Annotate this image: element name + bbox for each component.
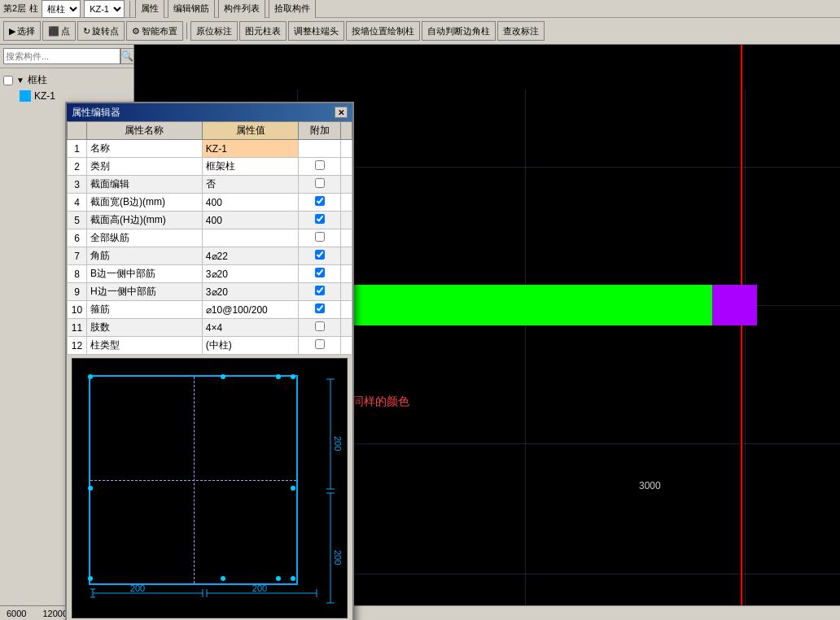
kz1-select[interactable]: KZ-1 [84, 0, 125, 18]
add-checkbox[interactable] [315, 178, 325, 188]
sep1 [129, 1, 130, 17]
add-checkbox[interactable] [315, 196, 325, 206]
origin-tag-button[interactable]: 原位标注 [190, 21, 238, 41]
add-checkbox[interactable] [315, 232, 325, 242]
scroll-cell [341, 158, 352, 176]
select-button[interactable]: ▶ 选择 [3, 21, 41, 41]
svg-text:200: 200 [130, 585, 145, 593]
row-add-check[interactable] [299, 337, 341, 355]
section-vcenter-line [90, 480, 296, 481]
row-attr-value[interactable] [202, 229, 298, 247]
vgrid-line-2 [525, 90, 526, 620]
rebar-dot-br [291, 576, 295, 581]
member-list-button[interactable]: 构件列表 [218, 0, 265, 19]
row-attr-value[interactable]: 400 [202, 212, 298, 229]
row-attr-value[interactable]: (中柱) [202, 337, 298, 355]
row-attr-value[interactable]: ⌀10@100/200 [202, 301, 298, 319]
draw-by-pos-button[interactable]: 按墙位置绘制柱 [346, 21, 420, 41]
table-row: 7角筋4⌀22 [68, 247, 352, 265]
row-attr-value[interactable]: 否 [202, 176, 298, 194]
framecol-checkbox[interactable] [3, 76, 13, 85]
add-checkbox[interactable] [315, 339, 325, 349]
smart-button[interactable]: ⚙ 智能布置 [126, 21, 183, 41]
row-attr-name: 箍筋 [87, 301, 203, 319]
edit-rebar-button[interactable]: 编辑钢筋 [168, 0, 215, 19]
row-add-check[interactable] [299, 319, 341, 337]
add-checkbox[interactable] [315, 268, 325, 277]
section-outer-rect [89, 375, 298, 585]
dim-h-container: 200 200 [89, 585, 325, 601]
dim-v-container: 200 200 [318, 375, 343, 613]
table-row: 5截面高(H边)(mm)400 [68, 212, 352, 229]
add-checkbox[interactable] [315, 303, 325, 313]
row-attr-value[interactable]: 400 [202, 194, 298, 212]
point-button[interactable]: ⬛ 点 [42, 21, 76, 41]
pick-button[interactable]: 拾取构件 [269, 0, 316, 19]
status-left-val: 6000 [7, 609, 26, 618]
scroll-cell [341, 212, 352, 229]
row-add-check[interactable] [299, 140, 341, 158]
search-bar: 🔍 [0, 45, 133, 68]
scroll-cell [341, 337, 352, 355]
hgrid-line-4 [269, 574, 840, 574]
row-add-check[interactable] [299, 229, 341, 247]
attr-close-button[interactable]: ✕ [335, 107, 348, 118]
row-num: 10 [68, 301, 87, 319]
framecol-label: 框柱 [28, 73, 47, 87]
scroll-cell [341, 283, 352, 301]
table-row: 6全部纵筋 [68, 229, 352, 247]
row-attr-name: 角筋 [87, 247, 203, 265]
rebar-dot-bc1 [221, 576, 225, 581]
layer-dropdown-label: 第2层 [3, 2, 26, 15]
diagram-button[interactable]: 图元柱表 [239, 21, 287, 41]
row-add-check[interactable] [299, 247, 341, 265]
tree-root-framecol[interactable]: ▼ 框柱 [3, 72, 130, 89]
row-add-check[interactable] [299, 212, 341, 229]
row-add-check[interactable] [299, 194, 341, 212]
rebar-dot-tr [291, 374, 295, 379]
kz-icon [20, 90, 31, 102]
add-checkbox[interactable] [315, 321, 325, 331]
row-add-check[interactable] [299, 301, 341, 319]
add-checkbox[interactable] [315, 286, 325, 295]
row-add-check[interactable] [299, 283, 341, 301]
attr-table: 属性名称 属性值 附加 1名称KZ-12类别框架柱3截面编辑否4截面宽(B边)(… [67, 121, 352, 355]
rebar-dot-tl [88, 374, 93, 379]
col-name-header: 属性名称 [87, 122, 203, 140]
table-row: 10箍筋⌀10@100/200 [68, 301, 352, 319]
attr-title-bar[interactable]: 属性编辑器 ✕ [67, 103, 352, 121]
row-attr-value[interactable]: 4×4 [202, 319, 298, 337]
row-attr-value[interactable]: KZ-1 [202, 140, 298, 158]
modify-tag-button[interactable]: 查改标注 [497, 21, 545, 41]
vgrid-line-3 [745, 90, 746, 620]
row-attr-value[interactable]: 3⌀20 [202, 283, 298, 301]
add-checkbox[interactable] [315, 214, 325, 224]
row-add-check[interactable] [299, 158, 341, 176]
search-input[interactable] [3, 48, 120, 64]
row-attr-value[interactable]: 3⌀20 [202, 265, 298, 283]
table-row: 9H边一侧中部筋3⌀20 [68, 283, 352, 301]
scroll-cell [341, 319, 352, 337]
search-button[interactable]: 🔍 [120, 48, 134, 64]
rebar-dot-ml [88, 486, 93, 491]
row-num: 12 [68, 337, 87, 355]
row-attr-value[interactable]: 框架柱 [202, 158, 298, 176]
auto-corner-button[interactable]: 自动判断边角柱 [422, 21, 496, 41]
add-checkbox[interactable] [315, 250, 325, 260]
rotate-button[interactable]: ↻ 旋转点 [77, 21, 125, 41]
adjust-head-button[interactable]: 调整柱端头 [288, 21, 344, 41]
row-num: 6 [68, 229, 87, 247]
row-attr-value[interactable]: 4⌀22 [202, 247, 298, 265]
row-add-check[interactable] [299, 176, 341, 194]
add-checkbox[interactable] [315, 160, 325, 170]
row-add-check[interactable] [299, 265, 341, 283]
row-attr-name: 全部纵筋 [87, 229, 203, 247]
scroll-cell [341, 301, 352, 319]
attr-table-body: 1名称KZ-12类别框架柱3截面编辑否4截面宽(B边)(mm)4005截面高(H… [68, 140, 352, 355]
scroll-cell [341, 229, 352, 247]
sep2 [186, 23, 187, 39]
framecol-select[interactable]: 框柱 [42, 0, 81, 18]
section-drawing-area: 200 200 200 200 [72, 358, 348, 618]
attr-button[interactable]: 属性 [135, 0, 164, 19]
dim-h-svg: 200 200 [89, 585, 325, 601]
